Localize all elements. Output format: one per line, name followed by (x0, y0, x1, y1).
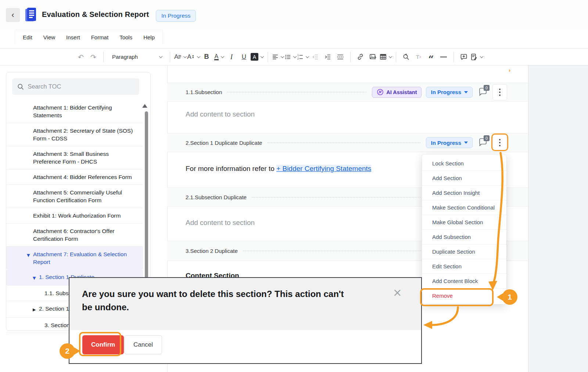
context-menu-item[interactable]: Remove (422, 288, 506, 303)
chevron-down-icon (159, 54, 163, 58)
section-status-dropdown[interactable]: In Progress (426, 137, 473, 148)
toc-item[interactable]: Attachment 5: Commercially Useful Functi… (6, 185, 143, 208)
toc-item-label: Attachment 4: Bidder References Form (33, 173, 132, 181)
menu-item[interactable]: Insert (61, 31, 86, 44)
cancel-button[interactable]: Cancel (124, 335, 162, 354)
ai-assistant-label: AI Assistant (386, 89, 417, 95)
context-menu-item[interactable]: Duplicate Section (422, 244, 506, 259)
toolbar-divider (396, 52, 396, 62)
search-input[interactable] (28, 83, 134, 90)
align-left-icon (272, 54, 279, 60)
bold-icon: B (204, 53, 209, 61)
editor-toolbar: ↶ ↷ Paragraph A A↕ B A I U A 12 Tx “ (0, 48, 588, 65)
horizontal-rule-button[interactable] (438, 51, 449, 63)
menu-item[interactable]: Help (138, 31, 160, 44)
align-button[interactable] (272, 51, 284, 63)
ai-assistant-icon (377, 89, 384, 96)
track-changes-button[interactable] (470, 51, 483, 63)
context-menu-item[interactable]: Add Section Insight (422, 185, 506, 200)
menu-item[interactable]: Edit (17, 31, 38, 44)
section-menu-button-active[interactable] (492, 135, 507, 151)
document-icon (24, 8, 37, 24)
context-menu-item[interactable]: Add Section (422, 171, 506, 185)
context-menu-item[interactable]: Edit Section (422, 259, 506, 273)
chevron-down-icon (260, 54, 264, 58)
close-icon[interactable]: × (393, 286, 402, 299)
section-content-placeholder[interactable]: Add content to section (186, 110, 255, 118)
annotation-step-2-badge: 2 (60, 343, 75, 359)
redo-button[interactable]: ↷ (87, 51, 99, 63)
toc-search[interactable] (12, 78, 139, 95)
ai-assistant-button[interactable]: AI Assistant (372, 87, 422, 98)
context-menu-item[interactable]: Make Section Conditional (422, 200, 506, 215)
indent-icon (325, 54, 331, 60)
comments-button[interactable]: 0 (477, 137, 488, 148)
section-menu-button[interactable] (492, 84, 507, 100)
page-break-button[interactable] (334, 51, 346, 63)
link-button[interactable] (355, 51, 366, 63)
font-size-icon: A (187, 53, 191, 61)
toc-item[interactable]: ▼ Attachment 7: Evaluation & Selection R… (6, 247, 143, 269)
cross-reference-link[interactable]: + Bidder Certifying Statements (276, 165, 371, 172)
paragraph-style-select[interactable]: Paragraph (108, 51, 166, 63)
highlight-color-icon: A (251, 53, 258, 61)
section-title: 2.Section 1 Duplicate Duplicate (186, 140, 262, 146)
menu-item[interactable]: View (38, 31, 61, 44)
font-size-button[interactable]: A↕ (187, 51, 200, 63)
find-replace-button[interactable] (400, 51, 412, 63)
back-button[interactable]: ‹ (6, 8, 20, 22)
page-title: Evaluation & Selection Report (42, 10, 149, 19)
menu-item[interactable]: Tools (114, 31, 138, 44)
clear-formatting-button[interactable]: Tx (413, 51, 424, 63)
section-content-placeholder[interactable]: Add content to section (186, 219, 255, 227)
toolbar-divider (170, 52, 170, 62)
undo-icon: ↶ (78, 53, 84, 61)
toc-item-label: Attachment 5: Commercially Useful Functi… (33, 189, 138, 204)
svg-text:2: 2 (297, 57, 299, 60)
context-menu-item[interactable]: Lock Section (422, 156, 506, 171)
highlight-color-button[interactable]: A (251, 51, 263, 63)
toc-item[interactable]: Attachment 2: Secretary of State (SOS) F… (6, 123, 143, 146)
section-header-1-1[interactable]: 1.1.Subsection AI Assistant In Progress … (167, 83, 528, 101)
underline-button[interactable]: U (238, 51, 250, 63)
menu-item[interactable]: Format (86, 31, 114, 44)
section-status-dropdown[interactable]: In Progress (426, 87, 473, 98)
toc-item-label: Attachment 3: Small Business Preference … (33, 150, 138, 165)
bold-button[interactable]: B (201, 51, 212, 63)
font-color-button[interactable]: A (213, 51, 225, 63)
add-comment-button[interactable] (458, 51, 470, 63)
blockquote-button[interactable]: “ (425, 51, 437, 63)
toc-item[interactable]: Exhibit 1: Work Authorization Form (6, 208, 143, 223)
font-style-button[interactable]: A (174, 51, 186, 63)
section-context-menu: Lock SectionAdd SectionAdd Section Insig… (422, 154, 506, 304)
bullet-list-button[interactable] (284, 51, 296, 63)
page-break-icon (337, 54, 344, 60)
context-menu-item[interactable]: Make Global Section (422, 215, 506, 229)
context-menu-item[interactable]: Add Content Block (422, 273, 506, 288)
document-status-badge[interactable]: In Progress (156, 10, 196, 22)
toc-item[interactable]: Attachment 6: Contractor's Offer Certifi… (6, 223, 143, 247)
indent-button[interactable] (322, 51, 334, 63)
insert-image-button[interactable] (367, 51, 379, 63)
outdent-button[interactable] (309, 51, 321, 63)
add-comment-icon (460, 53, 467, 61)
toc-item[interactable]: Attachment 4: Bidder References Form (6, 169, 143, 185)
comments-button[interactable]: 0 (477, 87, 488, 97)
toc-item[interactable]: Attachment 3: Small Business Preference … (6, 146, 143, 169)
undo-button[interactable]: ↶ (75, 51, 87, 63)
numbered-list-button[interactable]: 12 (297, 51, 309, 63)
context-menu-item[interactable]: Add Subsection (422, 229, 506, 244)
section-header-2[interactable]: 2.Section 1 Duplicate Duplicate In Progr… (167, 133, 528, 152)
underline-icon: U (242, 53, 246, 61)
toc-caret-icon (39, 289, 44, 297)
chevron-down-icon (293, 54, 297, 58)
insert-table-button[interactable] (380, 51, 392, 63)
scrollbar-up-arrow[interactable] (142, 104, 147, 108)
italic-button[interactable]: I (226, 51, 237, 63)
toc-caret-icon (27, 189, 33, 204)
back-chevron-icon: ‹ (11, 10, 14, 19)
collapse-panel-icon[interactable]: › (509, 67, 510, 73)
confirm-button[interactable]: Confirm (82, 335, 124, 354)
toc-item[interactable]: Attachment 1: Bidder Certifying Statemen… (6, 100, 143, 123)
delete-confirmation-dialog: Are you sure you want to delete this sec… (69, 277, 422, 364)
